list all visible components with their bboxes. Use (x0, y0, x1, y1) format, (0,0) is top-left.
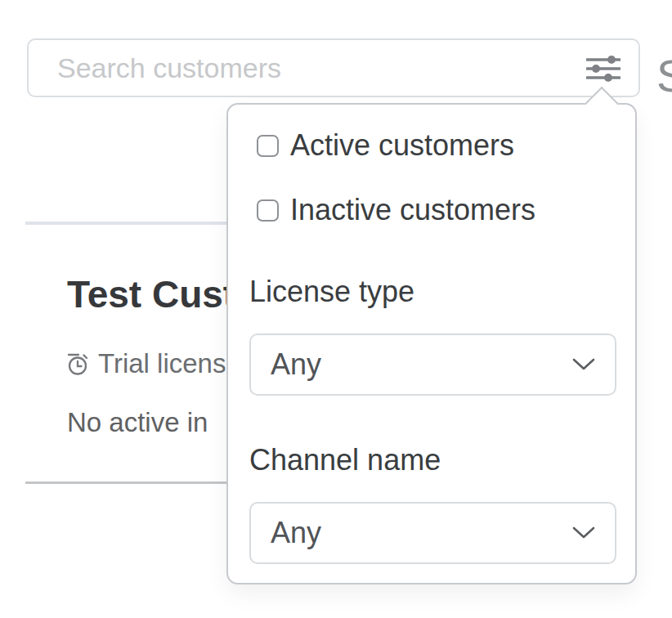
search-input[interactable] (29, 40, 638, 96)
installations-status-text: No active in (67, 407, 208, 438)
channel-name-label: Channel name (249, 443, 441, 477)
active-customers-label[interactable]: Active customers (290, 128, 514, 163)
stopwatch-icon (67, 352, 89, 375)
license-type-select-value: Any (271, 347, 572, 382)
chevron-down-icon (572, 526, 595, 540)
edge-partial-text: S (656, 49, 672, 102)
inactive-customers-checkbox[interactable] (257, 199, 279, 222)
checkbox-row-inactive-customers[interactable]: Inactive customers (257, 193, 535, 227)
channel-name-select-value: Any (271, 516, 572, 550)
chevron-down-icon (572, 358, 595, 371)
inactive-customers-label[interactable]: Inactive customers (290, 193, 535, 227)
sliders-icon (586, 53, 620, 84)
customer-name-heading: Test Cust (67, 272, 235, 316)
channel-name-select[interactable]: Any (249, 502, 616, 564)
license-type-text: Trial licens (98, 348, 226, 379)
checkbox-row-active-customers[interactable]: Active customers (257, 128, 514, 163)
section-divider-bottom (25, 481, 226, 484)
filter-dropdown-panel: Active customers Inactive customers Lice… (226, 103, 637, 584)
active-customers-checkbox[interactable] (257, 135, 279, 157)
license-type-select[interactable]: Any (249, 334, 616, 396)
license-info-row: Trial licens (67, 348, 226, 379)
license-type-label: License type (249, 275, 414, 309)
filter-button[interactable] (586, 52, 620, 86)
search-box (27, 38, 640, 97)
